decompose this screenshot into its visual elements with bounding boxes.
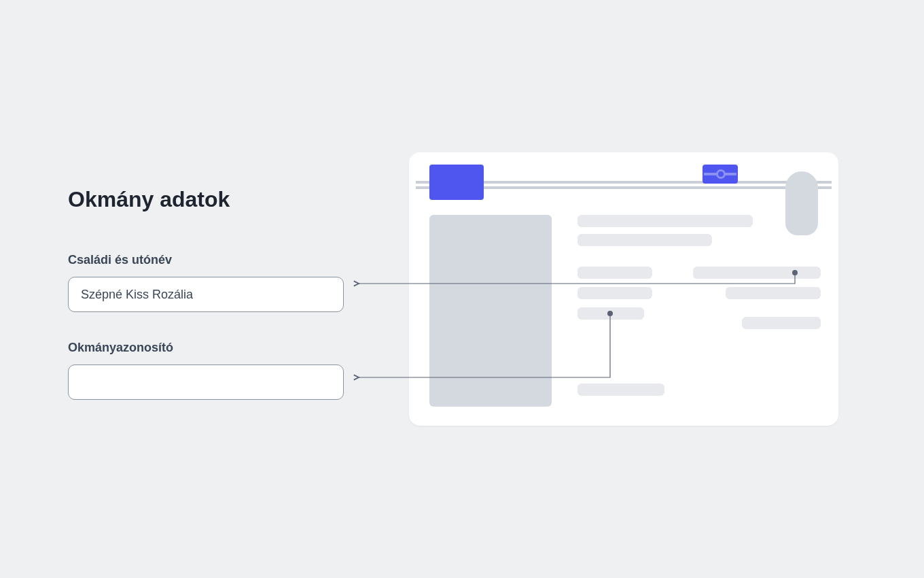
fingerprint-icon xyxy=(785,171,818,235)
name-group: Családi és utónév xyxy=(68,253,344,312)
card-text-line xyxy=(578,384,664,396)
card-text-line xyxy=(742,317,821,329)
photo-placeholder xyxy=(429,215,552,407)
name-label: Családi és utónév xyxy=(68,253,344,267)
form-title: Okmány adatok xyxy=(68,187,344,212)
flag-badge xyxy=(429,165,484,200)
card-text-line xyxy=(726,287,821,299)
card-text-line xyxy=(578,267,652,279)
docid-label: Okmányazonosító xyxy=(68,341,344,355)
id-card-illustration xyxy=(409,152,838,426)
card-text-line xyxy=(578,234,712,246)
document-data-form: Okmány adatok Családi és utónév Okmányaz… xyxy=(68,187,344,428)
card-text-line xyxy=(693,267,821,279)
card-text-line xyxy=(578,307,644,320)
name-input[interactable] xyxy=(68,277,344,312)
chip-circle xyxy=(716,169,726,179)
card-text-line xyxy=(578,215,753,227)
docid-input[interactable] xyxy=(68,364,344,400)
docid-group: Okmányazonosító xyxy=(68,341,344,400)
card-text-line xyxy=(578,287,652,299)
